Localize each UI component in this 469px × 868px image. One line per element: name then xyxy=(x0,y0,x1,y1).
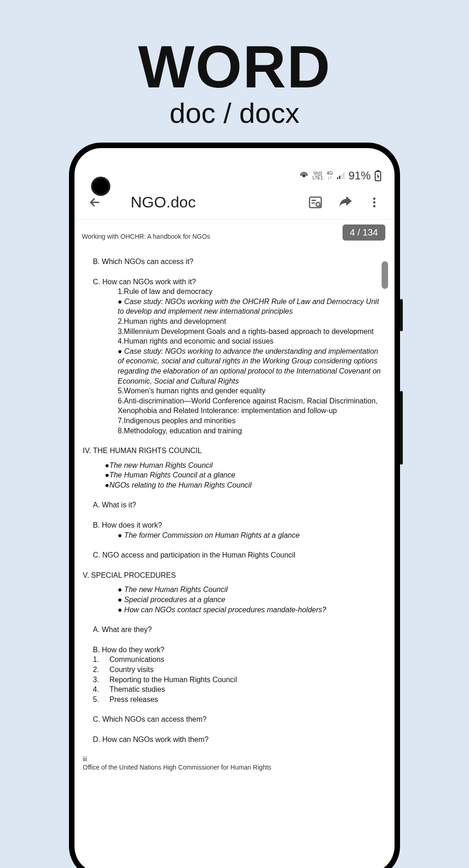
svg-point-0 xyxy=(303,175,305,177)
svg-rect-6 xyxy=(377,170,379,172)
side-button-2 xyxy=(400,391,403,465)
phone-frame: Vo))LTE1 4G↓↑ 91% NGO.doc xyxy=(69,143,400,868)
section-c-list: 1.Rule of law and democracy ● Case study… xyxy=(83,287,386,436)
list-item: ● Case study: NGOs working to advance th… xyxy=(118,346,386,386)
section-v-heading: V. SPECIAL PROCEDURES xyxy=(83,570,386,581)
front-camera xyxy=(91,177,110,196)
list-item: ●The Human Rights Council at a glance xyxy=(105,470,386,480)
promo-subtitle: doc / docx xyxy=(0,97,469,129)
svg-rect-3 xyxy=(341,174,343,179)
list-item: 8.Methodology, education and training xyxy=(118,426,386,436)
page-indicator: 4 / 134 xyxy=(343,224,385,241)
document-title: NGO.doc xyxy=(131,193,196,211)
svg-rect-2 xyxy=(339,176,340,179)
share-button[interactable] xyxy=(335,192,355,213)
list-item: 2.Human rights and development xyxy=(118,316,386,327)
page-footer: iii Office of the United Nations High Co… xyxy=(83,755,386,772)
section-iv-heading: IV. THE HUMAN RIGHTS COUNCIL xyxy=(83,446,386,456)
list-item: 5.Press releases xyxy=(93,695,386,705)
more-menu-button[interactable] xyxy=(364,192,384,213)
list-item: 3.Reporting to the Human Rights Council xyxy=(93,675,386,685)
list-item: ●The new Human Rights Council xyxy=(105,460,386,471)
network-label-1: Vo))LTE1 xyxy=(312,171,323,180)
footer-org: Office of the United Nations High Commis… xyxy=(83,763,386,772)
side-button-1 xyxy=(400,299,403,331)
svg-point-12 xyxy=(373,197,375,200)
phone-screen: Vo))LTE1 4G↓↑ 91% NGO.doc xyxy=(74,148,395,868)
document-viewport[interactable]: 4 / 134 Working with OHCHR: A handbook f… xyxy=(74,220,395,868)
section-v-bullets: ● The new Human Rights Council ● Special… xyxy=(83,585,386,615)
list-item: 7.Indigenous peoples and minorities xyxy=(118,416,386,426)
promo-banner: WORD doc / docx xyxy=(0,0,469,129)
section-iv-a: A. What is it? xyxy=(83,500,386,510)
svg-rect-4 xyxy=(343,172,344,179)
list-item: 5.Women's human rights and gender equali… xyxy=(118,386,386,396)
signal-icon xyxy=(337,172,345,180)
list-item: ● Special procedures at a glance xyxy=(118,595,386,605)
list-item: 1.Rule of law and democracy xyxy=(118,287,386,297)
network-label-2: 4G↓↑ xyxy=(327,171,333,180)
hotspot-icon xyxy=(299,171,309,180)
svg-point-14 xyxy=(373,205,375,207)
battery-charging-icon xyxy=(374,170,382,181)
list-item: 3.Millennium Development Goals and a rig… xyxy=(118,327,386,337)
section-v-b: B. How do they work? xyxy=(83,645,386,655)
section-v-a: A. What are they? xyxy=(83,625,386,635)
list-item: 6.Anti-discrimination—World Conference a… xyxy=(118,396,386,416)
list-item: ● Case study: NGOs working with the OHCH… xyxy=(118,297,386,316)
list-item: 4.Human rights and economic and social i… xyxy=(118,336,386,346)
list-item: ● The new Human Rights Council xyxy=(118,585,386,595)
section-c-heading: C. How can NGOs work with it? xyxy=(83,277,386,287)
promo-title: WORD xyxy=(0,32,469,101)
battery-percent: 91% xyxy=(349,169,371,182)
svg-point-13 xyxy=(373,201,375,203)
app-bar: NGO.doc xyxy=(74,185,395,220)
list-item: 2.Country visits xyxy=(93,665,386,675)
section-v-d: D. How can NGOs work with them? xyxy=(83,735,386,745)
scrollbar-thumb[interactable] xyxy=(382,261,388,289)
document-body: B. Which NGOs can access it? C. How can … xyxy=(80,257,389,772)
status-bar: Vo))LTE1 4G↓↑ 91% xyxy=(74,167,395,185)
list-item: ●NGOs relating to the Human Rights Counc… xyxy=(105,480,386,490)
list-item: 4.Thematic studies xyxy=(93,684,386,695)
section-v-c: C. Which NGOs can access them? xyxy=(83,714,386,724)
list-item: ● How can NGOs contact special procedure… xyxy=(118,605,386,615)
svg-rect-1 xyxy=(337,178,338,179)
section-iv-b: B. How does it work? xyxy=(83,520,386,530)
section-iv-bullets: ●The new Human Rights Council ●The Human… xyxy=(83,460,386,490)
section-v-b-list: 1.Communications 2.Country visits 3.Repo… xyxy=(83,655,386,704)
list-item: 1.Communications xyxy=(93,655,386,665)
section-iv-b-sub: ● The former Commission on Human Rights … xyxy=(83,530,386,540)
footer-page-num: iii xyxy=(83,755,386,764)
section-iv-c: C. NGO access and participation in the H… xyxy=(83,550,386,560)
search-in-doc-button[interactable] xyxy=(305,192,326,213)
section-b-heading: B. Which NGOs can access it? xyxy=(83,257,386,267)
